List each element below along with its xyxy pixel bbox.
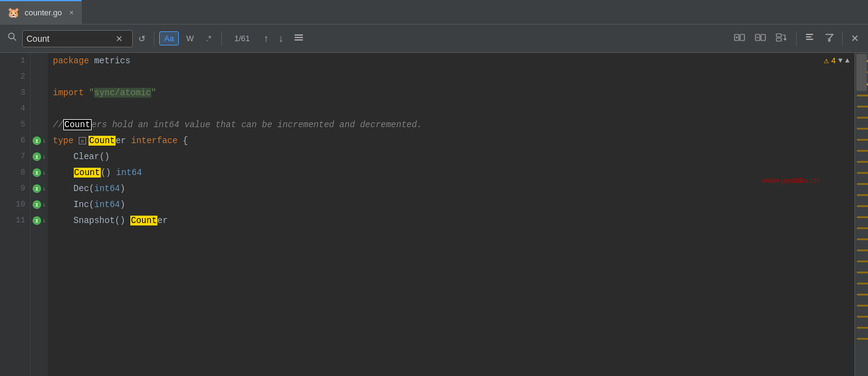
warning-bar: ⚠ 4 ▼ ▲	[819, 53, 854, 68]
implement-icon-10[interactable]: I	[33, 200, 41, 209]
scrollbar-mark-16	[857, 238, 868, 240]
search-bar: ✕ ↺ Aa W .* 1/61 ↑ ↓	[0, 25, 868, 53]
code-line-10: Inc ( int64 )	[53, 197, 850, 213]
svg-point-0	[9, 33, 14, 39]
search-right-buttons: ✕	[730, 30, 863, 47]
package-name: metrics	[94, 56, 130, 66]
add-occurrence-button[interactable]	[730, 30, 749, 47]
search-input-wrap: ✕	[22, 30, 133, 47]
scrollbar-mark-13	[857, 205, 868, 207]
gutter-cell-10[interactable]: I ↓	[31, 197, 48, 213]
scrollbar-mark-24	[857, 327, 868, 329]
code-line-9: Dec ( int64 )	[53, 181, 850, 197]
scrollbar-mark-12	[857, 194, 868, 196]
replace-all-button[interactable]	[771, 30, 792, 47]
tab-counter-go[interactable]: 🐹 counter.go ✕	[0, 0, 82, 24]
gutter-cell-7[interactable]: I ↓	[31, 149, 48, 165]
code-indent	[53, 152, 74, 162]
search-divider-4	[842, 31, 843, 46]
search-input[interactable]	[26, 34, 112, 44]
scrollbar-mark-9	[857, 161, 868, 163]
gutter-cell-9[interactable]: I ↓	[31, 181, 48, 197]
import-package: sync/atomic	[94, 88, 151, 98]
line-number-row: 6	[0, 133, 30, 149]
line-number-row: 1	[0, 53, 30, 69]
code-indent	[53, 184, 74, 194]
scrollbar-mark-14	[857, 216, 868, 218]
svg-rect-15	[806, 36, 811, 37]
line-numbers: 1 2 3 4 5 6 7 8 9 10 11	[0, 53, 31, 376]
code-text	[84, 88, 89, 98]
svg-rect-10	[761, 34, 765, 41]
code-text	[74, 136, 79, 146]
gutter-cell-5	[31, 117, 48, 133]
close-search-button[interactable]: ✕	[846, 30, 863, 47]
scrollbar-mark-7	[857, 139, 868, 141]
scrollbar-panel[interactable]	[854, 53, 868, 376]
keyword-package: package	[53, 56, 89, 66]
line-num-8: 8	[0, 165, 30, 181]
line-number-row: 4	[0, 101, 30, 117]
implement-icon-9[interactable]: I	[33, 184, 41, 193]
method-dec: Dec	[74, 184, 89, 194]
scrollbar-mark-15	[857, 227, 868, 229]
toggle-context-button[interactable]	[290, 30, 308, 47]
regex-button[interactable]: .*	[201, 31, 216, 45]
warning-expand-button[interactable]: ▲	[845, 57, 850, 65]
replace-toggle-button[interactable]: ↺	[135, 33, 149, 45]
gutter-arrow-6[interactable]: ↓	[42, 138, 46, 144]
import-string-open: "	[89, 88, 94, 98]
line-number-row: 3	[0, 85, 30, 101]
search-match-count: 1/61	[227, 34, 258, 43]
line-num-5: 5	[0, 117, 30, 133]
gutter-arrow-11[interactable]: ↓	[42, 217, 46, 224]
code-indent	[53, 200, 74, 210]
gutter-cell-8[interactable]: I ↓	[31, 165, 48, 181]
clear-search-button[interactable]: ✕	[112, 33, 126, 45]
tab-close-button[interactable]: ✕	[69, 8, 74, 17]
gutter-arrow-8[interactable]: ↓	[42, 170, 46, 176]
implement-icon-6[interactable]: I	[33, 136, 41, 145]
comment-text-rest: ers hold an int64 value that can be incr…	[92, 120, 422, 130]
warning-collapse-button[interactable]: ▼	[838, 57, 843, 65]
exclude-occurrence-button[interactable]	[751, 30, 770, 47]
search-match-current: Count	[63, 119, 92, 130]
gutter-arrow-9[interactable]: ↓	[42, 186, 46, 192]
go-file-icon: 🐹	[7, 7, 20, 19]
search-match-8: Count	[74, 168, 101, 178]
scrollbar-mark-5	[857, 117, 868, 119]
type-int64: int64	[116, 168, 142, 178]
scrollbar-mark-21	[857, 294, 868, 296]
implement-icon-7[interactable]: I	[33, 152, 41, 161]
implement-icon-11[interactable]: I	[33, 216, 41, 225]
implement-icon-8[interactable]: I	[33, 168, 41, 177]
scrollbar-mark-18	[857, 260, 868, 262]
match-case-button[interactable]: Aa	[159, 31, 179, 45]
search-match-11: Count	[130, 216, 157, 225]
search-divider-2	[221, 31, 222, 46]
prev-match-button[interactable]: ↑	[260, 31, 272, 46]
code-text: )	[120, 200, 125, 210]
line-number-row: 7	[0, 149, 30, 165]
line-number-row: 9	[0, 181, 30, 197]
next-match-button[interactable]: ↓	[275, 31, 287, 46]
interface-name-rest: er	[116, 136, 126, 146]
filter-button[interactable]	[820, 30, 838, 47]
whole-word-button[interactable]: W	[181, 31, 199, 45]
scrollbar-mark-23	[857, 316, 868, 318]
code-text: ()	[101, 168, 116, 178]
gutter-cell-2	[31, 69, 48, 85]
keyword-type: type	[53, 136, 74, 146]
scrollbar-thumb[interactable]	[856, 54, 867, 91]
tab-label: counter.go	[25, 8, 62, 17]
keyword-import: import	[53, 88, 84, 98]
svg-rect-14	[806, 34, 813, 35]
line-number-row: 10	[0, 197, 30, 213]
gutter-arrow-10[interactable]: ↓	[42, 202, 46, 208]
gutter-cell-11[interactable]: I ↓	[31, 213, 48, 229]
gutter-cell-6[interactable]: I ↓	[31, 133, 48, 149]
code-content[interactable]: package metrics import "sync/atomic" // …	[48, 53, 854, 376]
line-number-row: 2	[0, 69, 30, 85]
gutter-arrow-7[interactable]: ↓	[42, 154, 46, 160]
pin-to-top-button[interactable]	[800, 30, 819, 47]
